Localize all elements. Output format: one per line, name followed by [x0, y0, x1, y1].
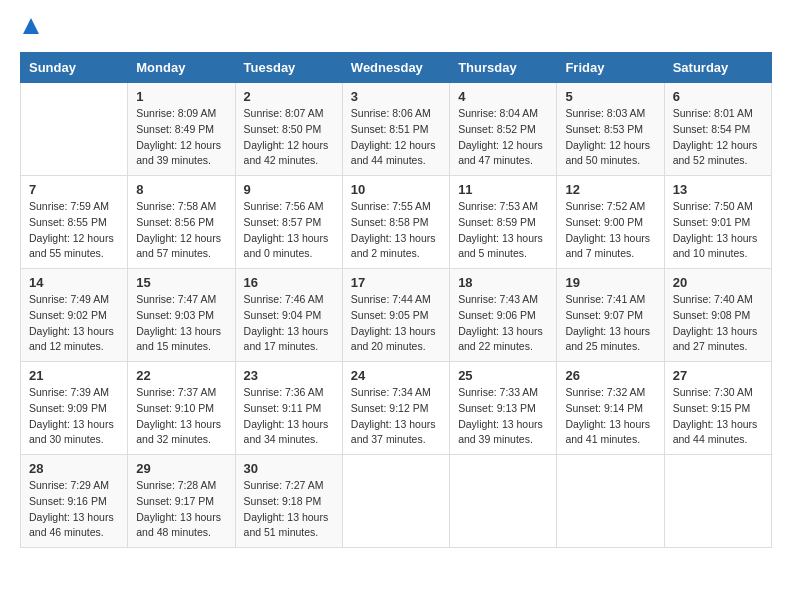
calendar-table: SundayMondayTuesdayWednesdayThursdayFrid…: [20, 52, 772, 548]
day-number: 25: [458, 368, 548, 383]
day-info: Sunrise: 7:52 AM Sunset: 9:00 PM Dayligh…: [565, 199, 655, 262]
day-number: 2: [244, 89, 334, 104]
day-number: 30: [244, 461, 334, 476]
calendar-cell: 25Sunrise: 7:33 AM Sunset: 9:13 PM Dayli…: [450, 362, 557, 455]
day-number: 12: [565, 182, 655, 197]
svg-marker-0: [23, 18, 39, 34]
calendar-cell: 15Sunrise: 7:47 AM Sunset: 9:03 PM Dayli…: [128, 269, 235, 362]
calendar-cell: [21, 83, 128, 176]
logo-arrow-icon: [21, 16, 41, 36]
day-info: Sunrise: 7:28 AM Sunset: 9:17 PM Dayligh…: [136, 478, 226, 541]
day-number: 9: [244, 182, 334, 197]
calendar-cell: 1Sunrise: 8:09 AM Sunset: 8:49 PM Daylig…: [128, 83, 235, 176]
day-info: Sunrise: 7:37 AM Sunset: 9:10 PM Dayligh…: [136, 385, 226, 448]
day-number: 3: [351, 89, 441, 104]
day-header-tuesday: Tuesday: [235, 53, 342, 83]
calendar-week-row: 21Sunrise: 7:39 AM Sunset: 9:09 PM Dayli…: [21, 362, 772, 455]
calendar-cell: 17Sunrise: 7:44 AM Sunset: 9:05 PM Dayli…: [342, 269, 449, 362]
day-info: Sunrise: 8:04 AM Sunset: 8:52 PM Dayligh…: [458, 106, 548, 169]
day-info: Sunrise: 7:27 AM Sunset: 9:18 PM Dayligh…: [244, 478, 334, 541]
day-number: 28: [29, 461, 119, 476]
day-info: Sunrise: 7:46 AM Sunset: 9:04 PM Dayligh…: [244, 292, 334, 355]
day-header-friday: Friday: [557, 53, 664, 83]
day-number: 17: [351, 275, 441, 290]
day-number: 29: [136, 461, 226, 476]
calendar-cell: 13Sunrise: 7:50 AM Sunset: 9:01 PM Dayli…: [664, 176, 771, 269]
day-header-saturday: Saturday: [664, 53, 771, 83]
page-header: [20, 20, 772, 36]
day-info: Sunrise: 8:06 AM Sunset: 8:51 PM Dayligh…: [351, 106, 441, 169]
day-number: 8: [136, 182, 226, 197]
day-info: Sunrise: 7:50 AM Sunset: 9:01 PM Dayligh…: [673, 199, 763, 262]
day-info: Sunrise: 7:44 AM Sunset: 9:05 PM Dayligh…: [351, 292, 441, 355]
calendar-cell: 27Sunrise: 7:30 AM Sunset: 9:15 PM Dayli…: [664, 362, 771, 455]
calendar-cell: 3Sunrise: 8:06 AM Sunset: 8:51 PM Daylig…: [342, 83, 449, 176]
day-number: 24: [351, 368, 441, 383]
day-header-thursday: Thursday: [450, 53, 557, 83]
calendar-cell: 18Sunrise: 7:43 AM Sunset: 9:06 PM Dayli…: [450, 269, 557, 362]
day-number: 26: [565, 368, 655, 383]
calendar-cell: [557, 455, 664, 548]
calendar-cell: 7Sunrise: 7:59 AM Sunset: 8:55 PM Daylig…: [21, 176, 128, 269]
calendar-cell: 29Sunrise: 7:28 AM Sunset: 9:17 PM Dayli…: [128, 455, 235, 548]
day-info: Sunrise: 7:47 AM Sunset: 9:03 PM Dayligh…: [136, 292, 226, 355]
calendar-cell: 8Sunrise: 7:58 AM Sunset: 8:56 PM Daylig…: [128, 176, 235, 269]
day-number: 20: [673, 275, 763, 290]
calendar-cell: 23Sunrise: 7:36 AM Sunset: 9:11 PM Dayli…: [235, 362, 342, 455]
calendar-cell: [450, 455, 557, 548]
day-number: 27: [673, 368, 763, 383]
day-info: Sunrise: 7:40 AM Sunset: 9:08 PM Dayligh…: [673, 292, 763, 355]
day-info: Sunrise: 7:59 AM Sunset: 8:55 PM Dayligh…: [29, 199, 119, 262]
day-info: Sunrise: 7:41 AM Sunset: 9:07 PM Dayligh…: [565, 292, 655, 355]
calendar-cell: 19Sunrise: 7:41 AM Sunset: 9:07 PM Dayli…: [557, 269, 664, 362]
day-number: 15: [136, 275, 226, 290]
calendar-cell: [342, 455, 449, 548]
calendar-cell: 12Sunrise: 7:52 AM Sunset: 9:00 PM Dayli…: [557, 176, 664, 269]
calendar-week-row: 28Sunrise: 7:29 AM Sunset: 9:16 PM Dayli…: [21, 455, 772, 548]
day-info: Sunrise: 7:56 AM Sunset: 8:57 PM Dayligh…: [244, 199, 334, 262]
calendar-cell: 2Sunrise: 8:07 AM Sunset: 8:50 PM Daylig…: [235, 83, 342, 176]
calendar-cell: 10Sunrise: 7:55 AM Sunset: 8:58 PM Dayli…: [342, 176, 449, 269]
calendar-cell: 9Sunrise: 7:56 AM Sunset: 8:57 PM Daylig…: [235, 176, 342, 269]
calendar-cell: 24Sunrise: 7:34 AM Sunset: 9:12 PM Dayli…: [342, 362, 449, 455]
day-info: Sunrise: 7:29 AM Sunset: 9:16 PM Dayligh…: [29, 478, 119, 541]
day-number: 13: [673, 182, 763, 197]
calendar-cell: 26Sunrise: 7:32 AM Sunset: 9:14 PM Dayli…: [557, 362, 664, 455]
day-info: Sunrise: 7:49 AM Sunset: 9:02 PM Dayligh…: [29, 292, 119, 355]
calendar-week-row: 1Sunrise: 8:09 AM Sunset: 8:49 PM Daylig…: [21, 83, 772, 176]
calendar-cell: 16Sunrise: 7:46 AM Sunset: 9:04 PM Dayli…: [235, 269, 342, 362]
calendar-cell: 21Sunrise: 7:39 AM Sunset: 9:09 PM Dayli…: [21, 362, 128, 455]
calendar-cell: 22Sunrise: 7:37 AM Sunset: 9:10 PM Dayli…: [128, 362, 235, 455]
day-number: 19: [565, 275, 655, 290]
calendar-cell: 11Sunrise: 7:53 AM Sunset: 8:59 PM Dayli…: [450, 176, 557, 269]
calendar-week-row: 7Sunrise: 7:59 AM Sunset: 8:55 PM Daylig…: [21, 176, 772, 269]
calendar-cell: 6Sunrise: 8:01 AM Sunset: 8:54 PM Daylig…: [664, 83, 771, 176]
day-info: Sunrise: 7:53 AM Sunset: 8:59 PM Dayligh…: [458, 199, 548, 262]
day-number: 21: [29, 368, 119, 383]
day-info: Sunrise: 8:03 AM Sunset: 8:53 PM Dayligh…: [565, 106, 655, 169]
day-number: 23: [244, 368, 334, 383]
day-number: 22: [136, 368, 226, 383]
day-info: Sunrise: 7:33 AM Sunset: 9:13 PM Dayligh…: [458, 385, 548, 448]
calendar-cell: 5Sunrise: 8:03 AM Sunset: 8:53 PM Daylig…: [557, 83, 664, 176]
day-info: Sunrise: 7:34 AM Sunset: 9:12 PM Dayligh…: [351, 385, 441, 448]
day-info: Sunrise: 7:43 AM Sunset: 9:06 PM Dayligh…: [458, 292, 548, 355]
calendar-week-row: 14Sunrise: 7:49 AM Sunset: 9:02 PM Dayli…: [21, 269, 772, 362]
day-number: 14: [29, 275, 119, 290]
day-header-monday: Monday: [128, 53, 235, 83]
calendar-cell: 30Sunrise: 7:27 AM Sunset: 9:18 PM Dayli…: [235, 455, 342, 548]
calendar-cell: [664, 455, 771, 548]
day-info: Sunrise: 8:01 AM Sunset: 8:54 PM Dayligh…: [673, 106, 763, 169]
calendar-cell: 28Sunrise: 7:29 AM Sunset: 9:16 PM Dayli…: [21, 455, 128, 548]
day-info: Sunrise: 8:09 AM Sunset: 8:49 PM Dayligh…: [136, 106, 226, 169]
calendar-cell: 14Sunrise: 7:49 AM Sunset: 9:02 PM Dayli…: [21, 269, 128, 362]
day-number: 11: [458, 182, 548, 197]
day-info: Sunrise: 7:55 AM Sunset: 8:58 PM Dayligh…: [351, 199, 441, 262]
calendar-cell: 20Sunrise: 7:40 AM Sunset: 9:08 PM Dayli…: [664, 269, 771, 362]
day-number: 6: [673, 89, 763, 104]
day-info: Sunrise: 7:36 AM Sunset: 9:11 PM Dayligh…: [244, 385, 334, 448]
day-info: Sunrise: 7:39 AM Sunset: 9:09 PM Dayligh…: [29, 385, 119, 448]
day-number: 5: [565, 89, 655, 104]
day-number: 10: [351, 182, 441, 197]
day-number: 1: [136, 89, 226, 104]
